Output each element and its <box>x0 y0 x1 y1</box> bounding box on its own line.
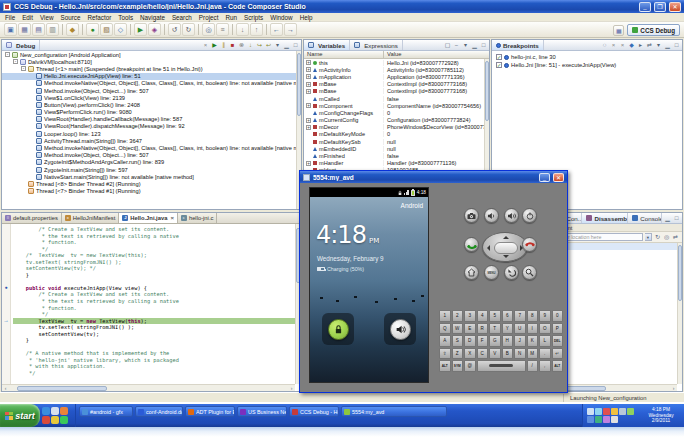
vol-down-button[interactable] <box>484 208 499 223</box>
remove-all-icon[interactable]: × <box>202 41 209 49</box>
sound-slider[interactable] <box>384 313 416 345</box>
firefox-icon[interactable] <box>42 416 50 424</box>
min-icon[interactable]: ▁ <box>283 41 290 49</box>
debug-tree-row[interactable]: Thread [<7> Binder Thread #1] (Running) <box>2 188 296 195</box>
search-icon[interactable]: ◎ <box>202 23 215 36</box>
tree-expander-icon[interactable]: - <box>5 52 10 57</box>
debug-tree-row[interactable]: -New_configuration [Android Application] <box>2 51 296 58</box>
expand-icon[interactable]: + <box>306 82 311 87</box>
key-/[interactable]: / <box>527 360 539 372</box>
key-s[interactable]: S <box>452 335 464 347</box>
key-1[interactable]: 1 <box>439 310 451 322</box>
key-6[interactable]: 6 <box>502 310 514 322</box>
key-t[interactable]: T <box>489 323 501 335</box>
resume-icon[interactable]: ▶ <box>211 41 218 49</box>
suspend-icon[interactable]: ∥ <box>220 41 227 49</box>
debug-tree-row[interactable]: Method.invoke(Object, Object...) line: 5… <box>2 87 296 94</box>
tab-debug[interactable]: Debug <box>2 40 40 50</box>
menu-item-run[interactable]: Run <box>225 14 237 21</box>
menu-item-window[interactable]: Window <box>270 14 292 21</box>
key-u[interactable]: U <box>514 323 526 335</box>
antivirus-icon[interactable] <box>603 408 610 415</box>
scrollbar-thumb[interactable] <box>17 386 107 391</box>
key-0[interactable]: 0 <box>552 310 564 322</box>
editor-tab-hello.jni.java[interactable]: JHello.Jni.java× <box>119 213 178 223</box>
chevron-down-icon[interactable]: ▾ <box>645 233 652 241</box>
link-icon[interactable]: ⇄ <box>646 41 653 49</box>
editor-tab-default.properties[interactable]: ≡default.properties <box>2 213 62 223</box>
task-button[interactable]: ADT Plugin for Eclipse... <box>185 406 235 417</box>
menu-item-refactor[interactable]: Refactor <box>88 14 112 21</box>
expand-icon[interactable]: + <box>306 125 311 130</box>
minimize-button[interactable]: _ <box>639 2 651 12</box>
go-to-file-icon[interactable]: ▸ <box>637 41 644 49</box>
prev-icon[interactable]: ↑ <box>250 23 263 36</box>
key-2[interactable]: 2 <box>452 310 464 322</box>
key-alt[interactable]: ALT <box>552 360 564 372</box>
maximize-button[interactable]: ❐ <box>654 2 666 12</box>
tree-expander-icon[interactable]: - <box>21 66 26 71</box>
scrollbar-thumb[interactable] <box>297 53 301 116</box>
current-line-marker-icon[interactable]: → <box>2 317 10 323</box>
next-icon[interactable]: ↓ <box>236 23 249 36</box>
debug-tree-row[interactable]: ZygoteInit$MethodAndArgsCaller.run() lin… <box>2 159 296 166</box>
key-m[interactable]: M <box>527 348 539 360</box>
disassembly-hscrollbar[interactable]: ‹ › <box>551 384 677 391</box>
disassembly-body[interactable] <box>551 243 677 384</box>
ext-tools-icon[interactable]: ◈ <box>148 23 161 36</box>
variable-row[interactable]: +mApplicationApplication (id=83000777133… <box>304 73 484 80</box>
emulator-minimize-button[interactable]: _ <box>539 173 550 182</box>
menu-item-tools[interactable]: Tools <box>118 14 133 21</box>
updates-icon[interactable] <box>611 408 618 415</box>
scrollbar-thumb[interactable] <box>566 386 606 391</box>
debug-tree-row[interactable]: Method.invoke(Object, Object...) line: 5… <box>2 152 296 159</box>
title-bar[interactable]: CCS Debug - Hello.Jni/src/com/example/he… <box>0 0 684 13</box>
unlock-slider[interactable] <box>322 313 354 345</box>
key-@[interactable]: @ <box>464 360 476 372</box>
camera-button[interactable] <box>464 208 479 223</box>
back-button[interactable] <box>504 265 519 280</box>
lock-icon[interactable]: ◆ <box>66 23 79 36</box>
key-k[interactable]: K <box>527 335 539 347</box>
expand-icon[interactable]: + <box>306 118 311 123</box>
variable-row[interactable]: +mHandlerHandler (id=830007771136) <box>304 160 484 167</box>
debug-icon[interactable]: ● <box>86 23 99 36</box>
unlock-button[interactable] <box>328 319 349 340</box>
key-.[interactable]: . <box>539 348 551 360</box>
key-sym[interactable]: SYM <box>452 360 464 372</box>
max-icon[interactable]: □ <box>673 41 680 49</box>
remove-icon[interactable]: × <box>610 41 617 49</box>
menu-item-navigate[interactable]: Navigate <box>140 14 165 21</box>
variable-row[interactable]: +mActivityInfoActivityInfo (id=830007785… <box>304 66 484 73</box>
battery-icon[interactable] <box>627 408 634 415</box>
key-↵[interactable]: ↵ <box>552 348 564 360</box>
variable-row[interactable]: +mDecorPhoneWindow$DecorView (id=8300077… <box>304 124 484 131</box>
max-icon[interactable]: □ <box>292 41 299 49</box>
variable-row[interactable]: +mBaseContextImpl (id=830007773168) <box>304 88 484 95</box>
vol-up-button[interactable] <box>504 208 519 223</box>
scrollbar-thumb[interactable] <box>485 61 489 121</box>
variable-row[interactable]: mFinishedfalse <box>304 152 484 159</box>
debug-tree-row[interactable]: ViewRoot(Handler).dispatchMessage(Messag… <box>2 123 296 130</box>
key-w[interactable]: W <box>452 323 464 335</box>
pin-icon[interactable]: ◎ <box>663 233 670 241</box>
search-button[interactable] <box>522 265 537 280</box>
key-q[interactable]: Q <box>439 323 451 335</box>
scroll-right-icon[interactable]: › <box>288 385 295 391</box>
variable-row[interactable]: +mBaseContextImpl (id=830007773168) <box>304 81 484 88</box>
debug-tree-row[interactable]: NativeStart.main(String[]) line: not ava… <box>2 173 296 180</box>
breakpoint-item[interactable]: ✓hello-jni.c, line 30 <box>492 53 682 61</box>
key-o[interactable]: O <box>539 323 551 335</box>
task-button[interactable]: 5554:my_avd <box>341 406 447 417</box>
code-area[interactable]: /* Create a TextView and set its content… <box>11 224 295 384</box>
key-y[interactable]: Y <box>502 323 514 335</box>
show-supported-icon[interactable]: ◆ <box>628 41 635 49</box>
save-all-icon[interactable]: ▤ <box>32 23 45 36</box>
disconnect-icon[interactable]: ⊗ <box>238 41 245 49</box>
key-i[interactable]: I <box>527 323 539 335</box>
key-4[interactable]: 4 <box>477 310 489 322</box>
expand-icon[interactable]: + <box>306 74 311 79</box>
end-button[interactable] <box>522 237 537 252</box>
menu-item-help[interactable]: Help <box>300 14 313 21</box>
key-z[interactable]: Z <box>452 348 464 360</box>
